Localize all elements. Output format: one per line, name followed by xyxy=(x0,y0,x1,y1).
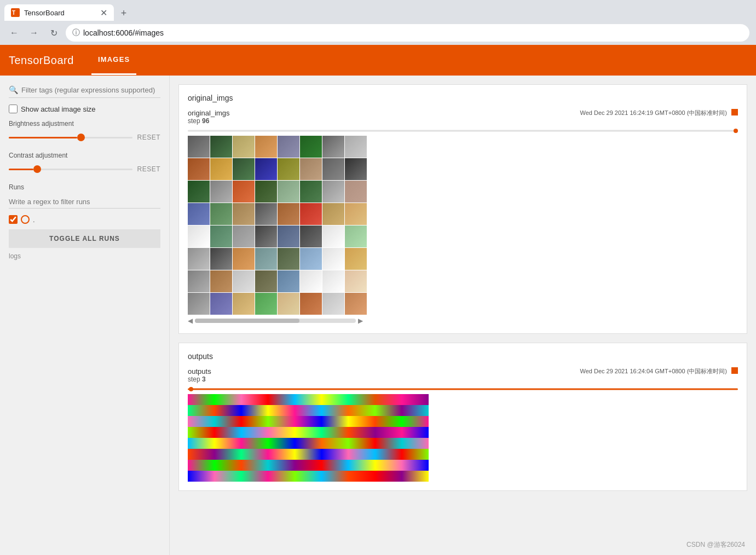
brightness-section: Brightness adjustment RESET xyxy=(9,120,160,143)
grid-cell xyxy=(322,203,344,225)
grid-cell xyxy=(345,270,367,292)
brightness-label: Brightness adjustment xyxy=(9,120,160,128)
grid-cell xyxy=(278,203,299,225)
toggle-all-runs-button[interactable]: TOGGLE ALL RUNS xyxy=(9,229,160,248)
run-checkbox[interactable] xyxy=(9,215,18,224)
grid-cell xyxy=(188,226,210,247)
grid-cell xyxy=(210,293,232,315)
svg-text:T: T xyxy=(12,10,15,16)
outputs-header: outputs step 3 Wed Dec 29 2021 16:24:04 … xyxy=(188,367,738,383)
brightness-slider[interactable] xyxy=(9,132,132,143)
scroll-right-arrow[interactable]: ▶ xyxy=(358,317,363,325)
step-slider-original[interactable] xyxy=(188,129,738,132)
scrollbar-track[interactable] xyxy=(195,319,356,323)
tab-title: TensorBoard xyxy=(24,9,96,17)
grid-cell xyxy=(300,226,322,247)
tensorboard-favicon-icon: T xyxy=(11,8,20,17)
outputs-color-badge xyxy=(731,367,738,374)
outputs-title: outputs xyxy=(188,352,738,361)
grid-cell xyxy=(300,293,322,315)
step-slider-outputs[interactable] xyxy=(188,388,738,391)
grid-cell xyxy=(322,136,344,158)
new-tab-button[interactable]: + xyxy=(116,5,131,21)
grid-cell xyxy=(233,203,255,225)
color-strip-3 xyxy=(188,416,429,427)
filter-tags-input[interactable] xyxy=(21,86,160,94)
image-grid-wrapper: ◀ ▶ xyxy=(188,136,738,325)
brightness-track xyxy=(9,137,132,138)
grid-cell xyxy=(278,226,299,247)
contrast-reset[interactable]: RESET xyxy=(137,165,160,173)
grid-cell xyxy=(255,293,277,315)
run-circle[interactable] xyxy=(21,215,30,224)
grid-cell xyxy=(210,248,232,270)
brightness-reset[interactable]: RESET xyxy=(137,134,160,141)
outputs-image xyxy=(188,394,429,482)
grid-cell xyxy=(188,293,210,315)
show-actual-size-row: Show actual image size xyxy=(9,105,160,113)
grid-cell xyxy=(322,293,344,315)
runs-filter-input[interactable] xyxy=(9,195,160,209)
contrast-track xyxy=(9,169,132,170)
grid-cell xyxy=(278,136,299,158)
color-strip-5 xyxy=(188,438,429,449)
outputs-section: outputs outputs step 3 Wed Dec 29 2021 1… xyxy=(178,343,747,491)
grid-cell xyxy=(255,226,277,247)
original-imgs-step: step 96 xyxy=(188,117,230,125)
outputs-step-thumb[interactable] xyxy=(189,387,193,391)
grid-cell xyxy=(233,181,255,203)
grid-cell xyxy=(210,270,232,292)
grid-cell xyxy=(255,181,277,203)
grid-cell xyxy=(300,270,322,292)
grid-cell xyxy=(210,136,232,158)
grid-cell xyxy=(278,158,299,180)
grid-cell xyxy=(233,158,255,180)
tb-logo: TensorBoard xyxy=(9,54,74,67)
forward-button[interactable]: → xyxy=(26,25,42,41)
show-actual-size-checkbox[interactable] xyxy=(9,105,18,113)
back-button[interactable]: ← xyxy=(7,25,22,41)
grid-cell xyxy=(188,158,210,180)
original-imgs-title: original_imgs xyxy=(188,94,738,102)
brightness-thumb[interactable] xyxy=(77,134,85,141)
grid-cell xyxy=(300,181,322,203)
grid-cell xyxy=(300,158,322,180)
reload-button[interactable]: ↻ xyxy=(46,25,61,41)
grid-cell xyxy=(345,248,367,270)
nav-images[interactable]: IMAGES xyxy=(91,45,136,75)
scrollbar-thumb[interactable] xyxy=(195,319,299,323)
grid-cell xyxy=(322,270,344,292)
grid-cell xyxy=(210,203,232,225)
grid-cell xyxy=(233,136,255,158)
scroll-left-arrow[interactable]: ◀ xyxy=(188,317,193,325)
grid-cell xyxy=(188,203,210,225)
grid-cell xyxy=(278,181,299,203)
grid-cell xyxy=(322,248,344,270)
grid-cell xyxy=(345,293,367,315)
address-field[interactable]: ⓘ localhost:6006/#images xyxy=(66,24,749,42)
step-track xyxy=(188,130,738,132)
step-thumb[interactable] xyxy=(734,129,738,133)
original-imgs-header: original_imgs step 96 Wed Dec 29 2021 16… xyxy=(188,109,738,125)
original-imgs-color-badge xyxy=(731,109,738,115)
color-strip-2 xyxy=(188,405,429,416)
original-imgs-section: original_imgs original_imgs step 96 Wed … xyxy=(178,84,747,334)
image-grid xyxy=(188,136,363,315)
contrast-thumb[interactable] xyxy=(33,165,41,173)
url-text: localhost:6006/#images xyxy=(83,28,164,37)
grid-cell xyxy=(345,181,367,203)
grid-cell xyxy=(255,136,277,158)
grid-cell xyxy=(188,248,210,270)
grid-cell xyxy=(278,248,299,270)
grid-cell xyxy=(345,158,367,180)
info-icon: ⓘ xyxy=(72,28,80,38)
original-imgs-meta-left: original_imgs step 96 xyxy=(188,109,230,125)
contrast-slider[interactable] xyxy=(9,164,132,175)
grid-cell xyxy=(210,226,232,247)
active-tab[interactable]: T TensorBoard ✕ xyxy=(4,4,114,21)
tb-header: TensorBoard IMAGES xyxy=(0,45,756,76)
contrast-fill xyxy=(9,169,33,170)
grid-cell xyxy=(188,181,210,203)
browser-chrome: T TensorBoard ✕ + ← → ↻ ⓘ localhost:6006… xyxy=(0,0,756,45)
close-tab-button[interactable]: ✕ xyxy=(100,8,107,18)
